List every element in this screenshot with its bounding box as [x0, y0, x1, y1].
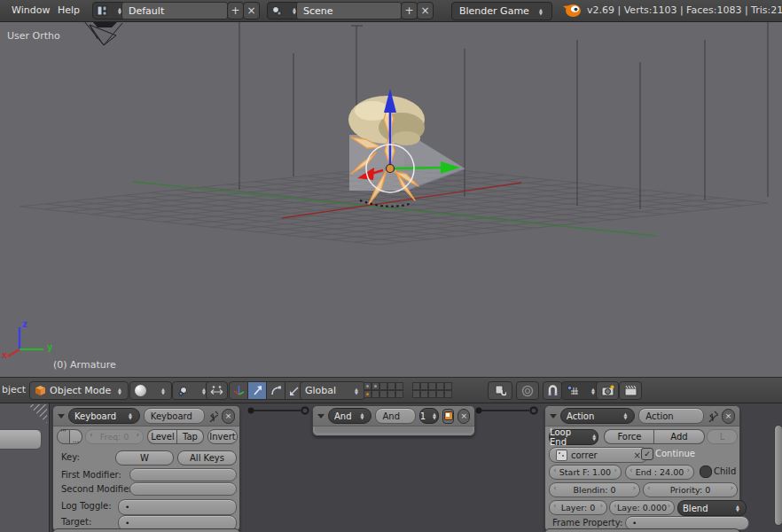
layer-weight-field[interactable]: Laye: 0.000: [609, 500, 675, 515]
delete-layout-button[interactable]: ×: [243, 2, 260, 20]
layer-11[interactable]: [364, 390, 371, 398]
end-frame-field[interactable]: End : 24.00: [625, 465, 694, 480]
blendin-field[interactable]: Blendin: 0: [549, 482, 640, 497]
layer-6[interactable]: [412, 382, 420, 390]
layer-9[interactable]: [436, 382, 444, 390]
layer-12[interactable]: [371, 390, 379, 398]
collapse-triangle-icon[interactable]: [58, 414, 65, 419]
pin-icon[interactable]: [708, 411, 717, 422]
window-menu[interactable]: Window: [12, 4, 50, 16]
sensor-brick-keyboard[interactable]: Keyboard Keyboard × ''' ... Freq: 0 Leve…: [52, 405, 240, 532]
add-scene-button[interactable]: +: [401, 2, 418, 20]
layer-14[interactable]: [387, 390, 395, 398]
collapse-triangle-icon[interactable]: [550, 414, 557, 419]
controller-header[interactable]: And And 1 ×: [313, 406, 474, 426]
pulse-true-toggle[interactable]: ''': [57, 429, 70, 444]
invert-button[interactable]: Invert: [207, 429, 238, 444]
render-opengl-button[interactable]: [596, 381, 619, 400]
all-keys-button[interactable]: All Keys: [177, 450, 237, 466]
viewport-shading-select[interactable]: [129, 381, 172, 400]
collapse-triangle-icon[interactable]: [317, 414, 325, 419]
actuator-scrollbar[interactable]: [774, 425, 782, 526]
key-value-button[interactable]: W: [115, 450, 174, 466]
actuator-type-value: Action: [567, 411, 594, 421]
layer-10[interactable]: [444, 382, 452, 390]
blend-mode-select[interactable]: Blend: [677, 500, 747, 516]
layer-buttons-left[interactable]: [364, 382, 403, 398]
render-animation-button[interactable]: [619, 381, 642, 400]
partial-button[interactable]: [0, 429, 42, 450]
delete-actuator-button[interactable]: ×: [722, 409, 735, 424]
layer-17[interactable]: [420, 390, 428, 398]
first-modifier-field[interactable]: [129, 468, 237, 481]
controller-state-field[interactable]: 1: [419, 408, 439, 424]
force-button[interactable]: Force: [604, 429, 654, 444]
layer-16[interactable]: [412, 390, 420, 398]
delete-controller-button[interactable]: ×: [457, 409, 470, 424]
clear-action-icon[interactable]: ×: [634, 450, 641, 460]
delete-sensor-button[interactable]: ×: [222, 409, 235, 424]
actuator-brick-action[interactable]: Action Action × Loop End Force Add L: [544, 405, 740, 532]
rotate-manipulator-button[interactable]: [267, 381, 285, 400]
add-layout-button[interactable]: +: [227, 2, 244, 20]
sensor-type-select[interactable]: Keyboard: [68, 408, 140, 424]
lock-to-scene-toggle[interactable]: [488, 381, 512, 400]
actuator-header[interactable]: Action Action ×: [545, 406, 739, 426]
action-datablock-field[interactable]: correr ×: [549, 447, 648, 463]
layer-3[interactable]: [379, 382, 387, 390]
screen-layout-name-field[interactable]: Default: [121, 2, 228, 20]
continue-checkbox[interactable]: ✓: [641, 448, 653, 460]
tap-button[interactable]: Tap: [176, 429, 204, 444]
sensor-name-field[interactable]: Keyboard: [144, 408, 205, 424]
child-radio[interactable]: [700, 466, 712, 478]
log-toggle-field[interactable]: •: [118, 499, 237, 515]
render-engine-select[interactable]: Blender Game: [451, 2, 552, 20]
mode-select[interactable]: Object Mode: [29, 381, 129, 400]
scene-name-field[interactable]: Scene: [296, 2, 402, 20]
camera-object[interactable]: [84, 21, 122, 45]
help-menu[interactable]: Help: [58, 4, 80, 16]
pin-icon[interactable]: [208, 411, 218, 422]
layer-5[interactable]: [395, 382, 403, 390]
controller-name-field[interactable]: And: [375, 408, 415, 424]
manipulate-centers-toggle[interactable]: [206, 381, 228, 400]
manipulator-axes-button[interactable]: [229, 381, 248, 400]
layer-19[interactable]: [436, 390, 444, 398]
layer-15[interactable]: [395, 390, 403, 398]
viewport-3d[interactable]: User Ortho (0) Armature z y x: [0, 21, 782, 377]
add-button[interactable]: Add: [653, 429, 705, 444]
layer-8[interactable]: [428, 382, 436, 390]
start-frame-field[interactable]: Start F: 1.00: [549, 465, 622, 480]
layer-1[interactable]: [364, 382, 371, 390]
layer-field[interactable]: Layer: 0: [549, 500, 607, 515]
object-menu-partial[interactable]: bject: [2, 384, 26, 395]
frequency-field[interactable]: Freq: 0: [85, 429, 144, 444]
delete-scene-button[interactable]: ×: [417, 2, 434, 20]
transform-orientation-select[interactable]: Global: [300, 381, 365, 400]
priority-field[interactable]: Priority: 0: [643, 482, 738, 497]
next-sensor-brick-partial[interactable]: [52, 528, 240, 532]
layer-buttons-right[interactable]: [412, 382, 452, 398]
actuator-name-field[interactable]: Action: [638, 408, 704, 424]
second-modifier-field[interactable]: [129, 482, 237, 496]
level-button[interactable]: Level: [147, 429, 177, 444]
state-visualize-button[interactable]: [442, 409, 455, 424]
next-actuator-brick-partial[interactable]: [544, 528, 740, 532]
layer-4[interactable]: [387, 382, 395, 390]
local-button[interactable]: L: [707, 429, 738, 444]
layer-2[interactable]: [371, 382, 379, 390]
layer-20[interactable]: [444, 390, 452, 398]
translate-manipulator-button[interactable]: [248, 381, 267, 400]
controller-brick-and[interactable]: And And 1 ×: [312, 405, 475, 436]
controller-type-select[interactable]: And: [328, 408, 371, 424]
snap-toggle[interactable]: [543, 381, 562, 400]
proportional-edit-button[interactable]: [516, 381, 539, 400]
layer-18[interactable]: [428, 390, 436, 398]
layer-13[interactable]: [379, 390, 387, 398]
layer-7[interactable]: [420, 382, 428, 390]
actuator-type-select[interactable]: Action: [560, 408, 635, 424]
play-mode-select[interactable]: Loop End: [549, 429, 598, 445]
pulse-false-toggle[interactable]: ...: [70, 429, 82, 444]
area-resize-corner[interactable]: [27, 404, 47, 424]
sensor-header[interactable]: Keyboard Keyboard ×: [53, 406, 239, 426]
